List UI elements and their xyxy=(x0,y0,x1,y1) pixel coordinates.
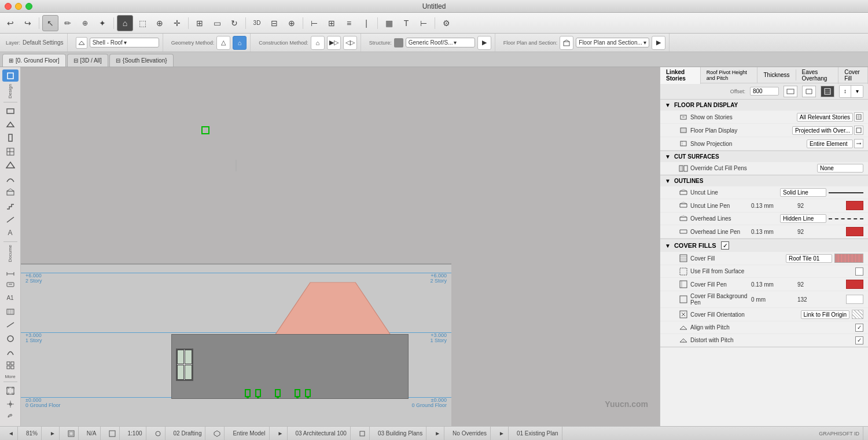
model-btn[interactable] xyxy=(210,427,225,440)
model-value[interactable]: Entire Model xyxy=(229,427,269,440)
canvas-area[interactable]: +6.000 2 Story +6.000 2 Story +3.000 1 S… xyxy=(21,67,660,426)
magic-wand-tool[interactable]: ✦ xyxy=(94,15,111,31)
text-tool[interactable]: T xyxy=(398,15,414,31)
zone-sidebar-icon[interactable]: A xyxy=(2,226,19,239)
structure-dropdown[interactable]: Generic Roof/S... ▾ xyxy=(406,38,475,47)
redo-button[interactable]: ↪ xyxy=(20,15,36,31)
ground-floor-tab[interactable]: ⊞ [0. Ground Floor] xyxy=(2,54,66,67)
show-on-stories-btn[interactable] xyxy=(854,112,863,122)
select-box-tool[interactable]: ⬚ xyxy=(134,15,150,31)
circle-sidebar-icon[interactable] xyxy=(2,332,19,344)
door-tool[interactable]: ⊢ xyxy=(306,15,322,31)
thickness-tab[interactable]: Thickness xyxy=(757,69,796,80)
floor-plan-display-value[interactable]: Projected with Over... xyxy=(792,126,853,135)
show-projection-value[interactable]: Entire Element xyxy=(807,140,853,148)
pointer-tool[interactable]: ↖ xyxy=(42,15,58,31)
markup-sidebar-icon[interactable]: A1 xyxy=(2,292,19,304)
pencil-tool[interactable]: ✏ xyxy=(60,15,76,31)
dimension-sidebar-icon[interactable] xyxy=(2,265,19,277)
view-toggle-btns[interactable]: ↕ ▾ xyxy=(839,85,863,98)
hatch-sidebar-icon[interactable] xyxy=(2,305,19,317)
curtain-wall-icon[interactable] xyxy=(2,145,19,157)
drafting-set-btn[interactable] xyxy=(151,427,165,440)
label-sidebar-icon[interactable] xyxy=(2,278,19,291)
floor-plan-display-settings-btn[interactable] xyxy=(854,126,863,135)
window-tool[interactable]: ⊞ xyxy=(323,15,340,31)
existing-plan-btn[interactable]: ► xyxy=(495,427,509,440)
zoom-tool[interactable]: ⊕ xyxy=(152,15,168,31)
architectural-btn[interactable]: ► xyxy=(274,427,288,440)
rotate-sidebar-icon[interactable] xyxy=(2,412,19,424)
overrides-btn[interactable]: ► xyxy=(431,427,444,440)
column-sidebar-icon[interactable] xyxy=(2,132,19,144)
structure-settings-btn[interactable]: ▶ xyxy=(477,36,491,50)
zoom-level[interactable]: 81% xyxy=(23,427,42,440)
roof-pivot-tab[interactable]: Roof Pivot Height and Pitch xyxy=(701,67,758,83)
rotate-tool[interactable]: ↻ xyxy=(226,15,242,31)
roof-element-selected[interactable] xyxy=(201,126,209,134)
cover-fill-tab[interactable]: Cover Fill xyxy=(838,67,868,84)
cover-fills-header[interactable]: ▼ COVER FILLS ✓ xyxy=(660,239,868,252)
floor-plan-dropdown[interactable]: Floor Plan and Section... ▾ xyxy=(576,38,649,47)
distort-with-pitch-checkbox[interactable]: ✓ xyxy=(855,336,863,344)
section-tool[interactable]: ⊟ xyxy=(266,15,282,31)
cover-fill-right-btn[interactable] xyxy=(821,86,834,97)
eaves-overhang-tab[interactable]: Eaves Overhang xyxy=(796,67,839,84)
floor-plan-settings-btn[interactable]: ▶ xyxy=(652,36,665,50)
cut-surfaces-header[interactable]: ▼ CUT SURFACES xyxy=(660,151,868,162)
existing-plan-value[interactable]: 01 Existing Plan xyxy=(513,427,562,440)
override-cut-fill-value[interactable]: None xyxy=(817,164,863,173)
architectural-value[interactable]: 03 Architectural 100 xyxy=(292,427,351,440)
stair-tool[interactable]: ≡ xyxy=(341,15,357,31)
cover-fill-bg-pen-color[interactable] xyxy=(846,295,863,304)
offset-right-btn[interactable] xyxy=(802,86,816,97)
no-overrides-value[interactable]: No Overrides xyxy=(449,427,491,440)
origin-icon[interactable] xyxy=(2,398,19,410)
arc-sidebar-icon[interactable] xyxy=(2,346,19,358)
nav-prev-btn[interactable]: ◄ xyxy=(5,427,18,440)
offset-left-btn[interactable] xyxy=(784,86,797,97)
cover-fill-orientation-value[interactable]: Link to Fill Origin xyxy=(801,310,849,319)
outlines-header[interactable]: ▼ OUTLINES xyxy=(660,175,868,186)
fit-view-icon[interactable] xyxy=(2,384,19,397)
geometry-btn-1[interactable]: △ xyxy=(216,36,230,50)
fit-all-btn[interactable] xyxy=(64,427,79,440)
drafting-value[interactable]: 02 Drafting xyxy=(170,427,206,440)
shell-dropdown[interactable]: Shell - Roof ▾ xyxy=(90,38,159,47)
show-projection-btn[interactable] xyxy=(854,139,863,148)
cover-fill-value[interactable]: Roof Tile 01 xyxy=(786,254,832,263)
mesh-sidebar-icon[interactable] xyxy=(2,186,19,198)
undo-button[interactable]: ↩ xyxy=(2,15,19,31)
uncut-line-pen-color[interactable] xyxy=(846,201,863,210)
overhead-line-pen-color[interactable] xyxy=(846,227,863,236)
building-plans-btn[interactable] xyxy=(355,427,370,440)
shell-sidebar-icon[interactable] xyxy=(2,173,19,185)
connect-tool[interactable]: ⊕ xyxy=(284,15,300,31)
roof-sidebar-icon[interactable] xyxy=(2,159,19,171)
column-tool[interactable]: | xyxy=(358,15,374,31)
construct-btn-3[interactable]: ◁▷ xyxy=(343,36,357,50)
use-fill-checkbox[interactable] xyxy=(855,267,863,276)
3d-tool[interactable]: 3D xyxy=(249,15,265,31)
floor-plan-display-header[interactable]: ▼ FLOOR PLAN DISPLAY xyxy=(660,100,868,111)
roof-select-tool[interactable]: ⌂ xyxy=(117,15,133,31)
more-sidebar-icon[interactable] xyxy=(2,360,19,372)
minimize-button[interactable] xyxy=(15,3,22,10)
cover-fill-pen-color[interactable] xyxy=(846,280,863,289)
draw-tool[interactable]: ▭ xyxy=(209,15,225,31)
close-button[interactable] xyxy=(5,3,12,10)
slab-tool-icon[interactable] xyxy=(2,118,19,130)
scale-value[interactable]: 1:100 xyxy=(124,427,146,440)
fill-tool[interactable]: ▦ xyxy=(381,15,397,31)
snap-grid-tool[interactable]: ⊞ xyxy=(192,15,208,31)
3d-tab[interactable]: ⊟ [3D / All] xyxy=(67,54,108,67)
floor-plan-view[interactable] xyxy=(21,67,451,265)
design-section-icon[interactable] xyxy=(2,69,19,82)
cover-fills-checkbox[interactable]: ✓ xyxy=(721,241,729,250)
uncut-line-value[interactable]: Solid Line xyxy=(780,188,826,197)
building-plans-value[interactable]: 03 Building Plans xyxy=(374,427,426,440)
geometry-btn-2[interactable]: ⌂ xyxy=(233,36,247,50)
offset-input[interactable] xyxy=(750,87,779,96)
elevation-view[interactable]: +6.000 2 Story +6.000 2 Story +3.000 1 S… xyxy=(21,265,451,426)
maximize-button[interactable] xyxy=(25,3,32,10)
